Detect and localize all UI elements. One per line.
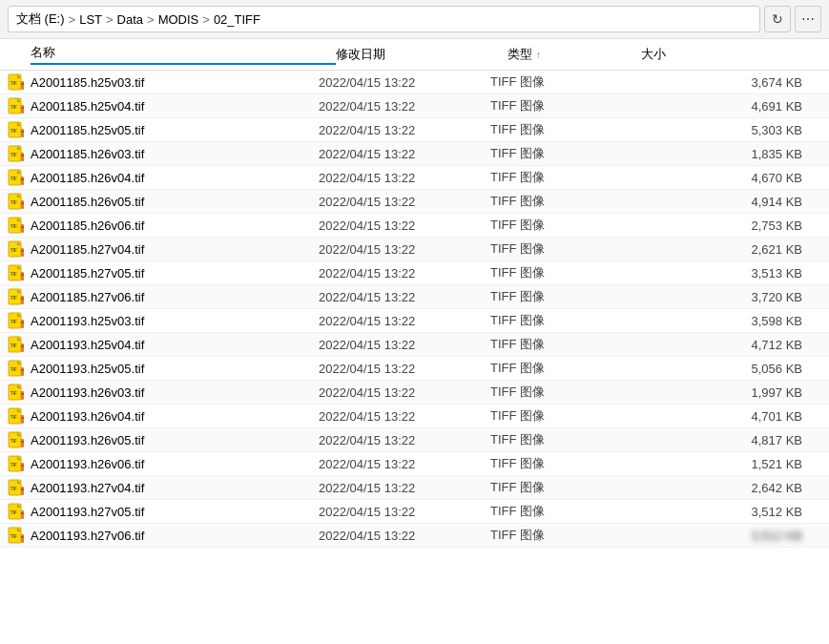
file-size: 5,303 KB xyxy=(624,123,821,137)
breadcrumb-sep-3: > xyxy=(147,12,155,27)
tiff-file-icon: TIF xyxy=(8,169,25,186)
table-row[interactable]: TIF A2001185.h27v05.tif2022/04/15 13:22T… xyxy=(0,261,829,285)
file-name: A2001185.h27v04.tif xyxy=(31,242,319,257)
file-date: 2022/04/15 13:22 xyxy=(319,457,490,471)
svg-rect-17 xyxy=(21,131,24,133)
tiff-file-icon: TIF xyxy=(8,193,25,210)
tiff-file-icon: TIF xyxy=(8,73,25,91)
file-date: 2022/04/15 13:22 xyxy=(319,147,490,161)
table-row[interactable]: TIF A2001185.h26v06.tif2022/04/15 13:22T… xyxy=(0,214,829,238)
table-row[interactable]: TIF A2001185.h26v05.tif2022/04/15 13:22T… xyxy=(0,190,829,214)
file-type: TIFF 图像 xyxy=(490,217,624,234)
col-header-size[interactable]: 大小 xyxy=(641,46,821,63)
file-name: A2001185.h25v05.tif xyxy=(31,123,319,137)
file-date: 2022/04/15 13:22 xyxy=(319,171,490,185)
file-size: 2,753 KB xyxy=(624,218,821,233)
svg-rect-34 xyxy=(21,200,24,209)
svg-rect-46 xyxy=(21,248,24,257)
file-size: 1,997 KB xyxy=(624,385,821,400)
tiff-file-icon: TIF xyxy=(8,288,25,305)
svg-text:TIF: TIF xyxy=(10,105,17,110)
file-type: TIFF 图像 xyxy=(490,193,624,210)
file-size: 1,521 KB xyxy=(624,457,821,471)
svg-rect-11 xyxy=(21,107,24,109)
file-size: 4,701 KB xyxy=(624,409,821,424)
top-bar: 文档 (E:) > LST > Data > MODIS > 02_TIFF ↻… xyxy=(0,0,829,39)
svg-rect-47 xyxy=(21,250,24,252)
table-row[interactable]: TIF A2001193.h26v05.tif2022/04/15 13:22T… xyxy=(0,428,829,452)
file-name: A2001193.h26v06.tif xyxy=(31,457,319,471)
file-size: 2,621 KB xyxy=(624,242,821,257)
file-date: 2022/04/15 13:22 xyxy=(319,409,490,424)
file-date: 2022/04/15 13:22 xyxy=(319,290,490,304)
table-row[interactable]: TIF A2001193.h26v03.tif2022/04/15 13:22T… xyxy=(0,381,829,405)
tiff-file-icon: TIF xyxy=(8,264,25,281)
file-type: TIFF 图像 xyxy=(490,503,624,520)
svg-text:TIF: TIF xyxy=(10,177,17,181)
tiff-file-icon: TIF xyxy=(8,527,25,544)
svg-rect-112 xyxy=(21,510,24,519)
svg-text:TIF: TIF xyxy=(10,439,17,444)
file-type: TIFF 图像 xyxy=(490,73,624,91)
breadcrumb-sep-2: > xyxy=(106,12,114,27)
svg-rect-71 xyxy=(21,345,24,347)
table-row[interactable]: TIF A2001193.h26v04.tif2022/04/15 13:22T… xyxy=(0,405,829,428)
file-date: 2022/04/15 13:22 xyxy=(319,99,490,114)
table-row[interactable]: TIF A2001185.h27v06.tif2022/04/15 13:22T… xyxy=(0,285,829,309)
file-type: TIFF 图像 xyxy=(490,240,624,258)
file-type: TIFF 图像 xyxy=(490,145,624,162)
tiff-file-icon: TIF xyxy=(8,217,25,234)
breadcrumb[interactable]: 文档 (E:) > LST > Data > MODIS > 02_TIFF xyxy=(8,6,760,32)
file-name: A2001185.h25v03.tif xyxy=(31,75,319,90)
file-date: 2022/04/15 13:22 xyxy=(319,75,490,90)
svg-rect-76 xyxy=(21,367,24,376)
svg-rect-41 xyxy=(21,226,24,228)
file-name: A2001185.h26v04.tif xyxy=(31,171,319,185)
tiff-file-icon: TIF xyxy=(8,312,25,329)
file-name: A2001193.h26v04.tif xyxy=(31,409,319,424)
svg-rect-77 xyxy=(21,369,24,371)
col-header-type[interactable]: 类型 ↑ xyxy=(508,46,641,63)
svg-rect-28 xyxy=(21,177,24,185)
table-row[interactable]: TIF A2001193.h26v06.tif2022/04/15 13:22T… xyxy=(0,452,829,476)
file-date: 2022/04/15 13:22 xyxy=(319,242,490,257)
svg-rect-88 xyxy=(21,415,24,424)
file-name: A2001193.h26v05.tif xyxy=(31,433,319,447)
tiff-file-icon: TIF xyxy=(8,360,25,377)
table-row[interactable]: TIF A2001193.h27v06.tif2022/04/15 13:22T… xyxy=(0,524,829,548)
file-size: 1,835 KB xyxy=(624,147,821,161)
file-size: 2,642 KB xyxy=(624,481,821,495)
more-options-button[interactable]: ⋯ xyxy=(795,6,821,32)
svg-rect-100 xyxy=(21,463,24,471)
breadcrumb-item-1: 文档 (E:) xyxy=(16,10,65,28)
file-size: 3,720 KB xyxy=(624,290,821,304)
table-row[interactable]: TIF A2001193.h25v04.tif2022/04/15 13:22T… xyxy=(0,333,829,357)
table-row[interactable]: TIF A2001185.h25v03.tif2022/04/15 13:22T… xyxy=(0,71,829,94)
file-size: 3,598 KB xyxy=(624,314,821,328)
table-row[interactable]: TIF A2001185.h26v03.tif2022/04/15 13:22T… xyxy=(0,142,829,166)
file-type: TIFF 图像 xyxy=(490,97,624,114)
file-size: 4,817 KB xyxy=(624,433,821,447)
table-row[interactable]: TIF A2001193.h25v03.tif2022/04/15 13:22T… xyxy=(0,309,829,333)
table-row[interactable]: TIF A2001193.h27v05.tif2022/04/15 13:22T… xyxy=(0,500,829,524)
file-name: A2001185.h27v06.tif xyxy=(31,290,319,304)
table-row[interactable]: TIF A2001185.h25v05.tif2022/04/15 13:22T… xyxy=(0,118,829,142)
file-size: 3,674 KB xyxy=(624,75,821,90)
svg-rect-52 xyxy=(21,272,24,280)
svg-text:TIF: TIF xyxy=(10,487,17,491)
file-date: 2022/04/15 13:22 xyxy=(319,529,490,543)
col-header-date[interactable]: 修改日期 xyxy=(336,46,508,63)
col-header-name[interactable]: 名称 xyxy=(31,44,336,65)
table-row[interactable]: TIF A2001193.h25v05.tif2022/04/15 13:22T… xyxy=(0,357,829,381)
breadcrumb-item-3: Data xyxy=(117,12,143,27)
file-name: A2001193.h27v05.tif xyxy=(31,505,319,519)
refresh-button[interactable]: ↻ xyxy=(764,6,791,32)
table-row[interactable]: TIF A2001185.h25v04.tif2022/04/15 13:22T… xyxy=(0,94,829,118)
table-row[interactable]: TIF A2001185.h27v04.tif2022/04/15 13:22T… xyxy=(0,238,829,261)
table-row[interactable]: TIF A2001193.h27v04.tif2022/04/15 13:22T… xyxy=(0,476,829,500)
file-type: TIFF 图像 xyxy=(490,336,624,353)
breadcrumb-item-5: 02_TIFF xyxy=(214,12,260,27)
table-row[interactable]: TIF A2001185.h26v04.tif2022/04/15 13:22T… xyxy=(0,166,829,190)
file-date: 2022/04/15 13:22 xyxy=(319,218,490,233)
file-size: 4,914 KB xyxy=(624,195,821,209)
